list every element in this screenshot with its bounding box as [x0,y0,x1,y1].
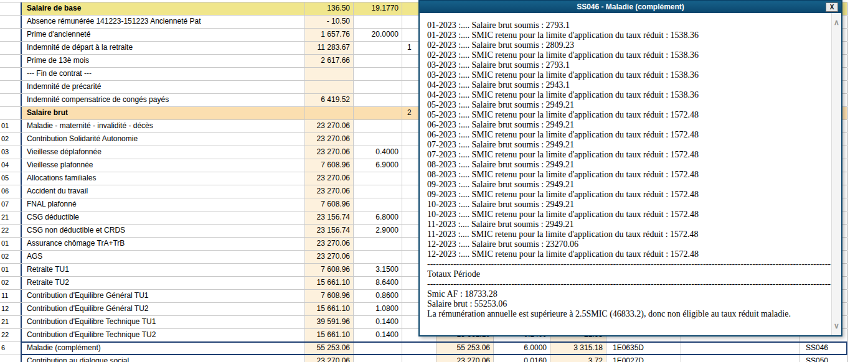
rate2-cell: 6.0000 [494,342,550,355]
rate-cell: 6.9000 [354,159,402,172]
total-line: Smic AF : 18733.28 [427,289,831,299]
row-code: 03 [0,146,22,159]
account-ref-cell: 1E0027D [606,355,681,362]
base-cell: 23 270.06 [305,251,354,263]
rate-cell [354,198,402,211]
dialog-content: 01-2023 :.... Salaire brut soumis : 2793… [420,13,831,335]
base-cell: 23 270.06 [305,185,354,198]
table-row[interactable]: Contribution au dialogue social23 270.06… [0,355,847,362]
base-cell: 23 270.06 [305,355,354,362]
row-code [0,94,22,106]
rate-cell [354,42,402,54]
close-button[interactable]: X [826,2,838,12]
report-line: 12-2023 :.... Salaire brut soumis : 2327… [427,239,831,249]
table-row[interactable]: 6Maladie (complément)55 253.0655 253.066… [0,342,847,355]
report-line: 05-2023 :.... Salaire brut soumis : 2949… [427,100,831,110]
base-cell: 136.50 [305,2,354,15]
rate-cell: 0.1400 [354,329,402,341]
row-label: Indemnité de départ à la retraite [22,42,305,54]
row-code [0,68,22,80]
rate-cell: 1.0800 [354,303,402,315]
report-line: 08-2023 :.... SMIC retenu pour la limite… [427,170,831,180]
rate-cell: 0.1400 [354,316,402,328]
partial-cell [402,355,436,362]
rate-cell [354,251,402,263]
report-line: 12-2023 :.... SMIC retenu pour la limite… [427,249,831,259]
base-cell: 23 270.06 [305,146,354,159]
row-code [0,355,22,362]
row-code: 22 [0,225,22,237]
row-code: 05 [0,172,22,185]
base-cell [305,81,354,93]
row-code [0,29,22,41]
row-code: 02 [0,133,22,146]
report-line: 06-2023 :.... Salaire brut soumis : 2949… [427,120,831,130]
row-label: CSG déductible [22,211,305,224]
base-cell: 39 591.96 [305,316,354,328]
rate-cell: 19.1770 [354,2,402,15]
row-code: 6 [0,342,22,355]
payroll-screen: Salaire de base136.5019.1770Absence rému… [0,0,868,362]
rate-cell [354,238,402,250]
row-code [0,42,22,54]
row-code [0,107,22,119]
rate-cell: 2.9000 [354,225,402,237]
row-label: Absence rémunérée 141223-151223 Ancienne… [22,16,305,28]
base-cell: 7 608.96 [305,159,354,172]
base-cell: 1 657.76 [305,29,354,41]
dialog-scrollbar[interactable]: ∧ ∨ [831,13,841,335]
rate-cell: 0.8600 [354,290,402,302]
report-line: 02-2023 :.... Salaire brut soumis : 2809… [427,40,831,50]
row-code [0,81,22,93]
report-line: 05-2023 :.... SMIC retenu pour la limite… [427,110,831,120]
base-cell: 23 156.74 [305,211,354,224]
row-label: Contribution d'Equilibre Technique TU2 [22,329,305,341]
row-label: Maladie - maternité - invalidité - décès [22,120,305,132]
rate-cell [354,68,402,80]
base-cell: 15 661.10 [305,329,354,341]
dialog-titlebar[interactable]: SS046 - Maladie (complément) X [420,1,841,13]
base-cell: 7 608.96 [305,264,354,276]
dialog-title: SS046 - Maladie (complément) [577,2,684,11]
base-cell: 7 608.96 [305,290,354,302]
report-line: 11-2023 :.... SMIC retenu pour la limite… [427,230,831,239]
row-label: CSG non déductible et CRDS [22,225,305,237]
base-cell [305,68,354,80]
base-cell: 15 661.10 [305,303,354,315]
base-cell: 2 617.66 [305,55,354,67]
row-label: Vieillesse plafonnée [22,159,305,172]
base-cell: 6 419.52 [305,94,354,106]
row-label: Salaire de base [22,2,305,15]
row-label: Maladie (complément) [22,342,305,355]
rate-cell [354,107,402,119]
base-cell: 23 270.06 [305,120,354,132]
spacer-cell [681,355,800,362]
calculation-detail-dialog: SS046 - Maladie (complément) X 01-2023 :… [418,0,842,336]
rate-cell [354,16,402,28]
partial-cell [402,342,436,355]
row-label: Accident du travail [22,185,305,198]
row-label: Prime de 13è mois [22,55,305,67]
row-code: 02 [0,251,22,263]
rate-cell [354,355,402,362]
rate-cell [354,133,402,146]
amount-cell: 3 315.18 [550,342,606,355]
amount-cell: 3.72 [550,355,606,362]
scroll-down-icon[interactable]: ∨ [832,322,841,330]
row-code: 01 [0,238,22,250]
report-line: 09-2023 :.... Salaire brut soumis : 2949… [427,180,831,190]
row-code: 21 [0,211,22,224]
row-code [0,55,22,67]
base-cell: 7 608.96 [305,198,354,211]
rate-cell [354,81,402,93]
rate-cell: 3.1500 [354,264,402,276]
scroll-up-icon[interactable]: ∧ [832,18,841,27]
report-line: 02-2023 :.... SMIC retenu pour la limite… [427,50,831,60]
row-label: Indemnité de précarité [22,81,305,93]
rate-cell [354,342,402,355]
row-code: 12 [0,303,22,315]
row-code: 01 [0,120,22,132]
row-label: Allocations familiales [22,172,305,185]
rate-cell: 6.8000 [354,211,402,224]
line-code-cell: SS050 [800,355,847,362]
